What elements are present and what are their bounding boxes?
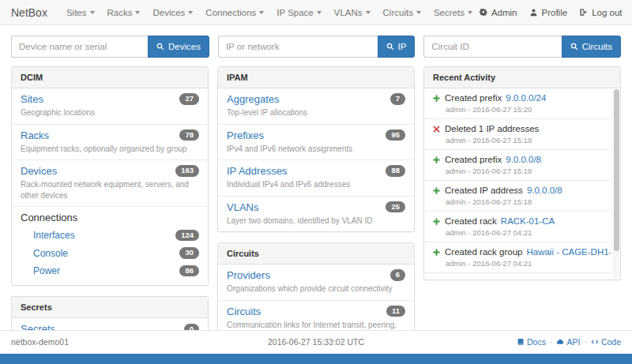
panel-title: Recent Activity	[424, 67, 620, 88]
device-search-input[interactable]	[11, 36, 148, 58]
item-description: Rack-mounted network equipment, servers,…	[21, 179, 199, 201]
search-icon	[156, 43, 164, 51]
activity-object-link[interactable]: Hawaii - CAGE-DH1-01	[526, 247, 611, 257]
panel-title: IPAM	[218, 67, 414, 88]
hostname: netbox-demo01	[11, 337, 214, 347]
logout-link[interactable]: Log out	[579, 8, 622, 17]
aggregates-link[interactable]: Aggregates	[227, 93, 280, 105]
circuits-link[interactable]: Circuits	[227, 306, 261, 317]
gear-icon	[479, 8, 487, 17]
connections-row-console: Console 30	[21, 244, 199, 261]
activity-meta: admin - 2016-06-27 04:21	[432, 228, 611, 237]
code-icon	[591, 338, 599, 346]
nav-menu-circuits[interactable]: Circuits	[383, 8, 421, 17]
activity-object-link[interactable]: Dell PowerEdge R630	[532, 278, 611, 280]
racks-link[interactable]: Racks	[21, 129, 49, 141]
activity-row: Deleted 1 IP addresses admin - 2016-06-2…	[424, 118, 611, 149]
activity-scrollbar-thumb[interactable]	[614, 89, 619, 251]
ip-search-button[interactable]: IP	[378, 36, 416, 58]
count-badge: 86	[179, 265, 199, 276]
activity-meta: admin - 2016-06-27 15:19	[432, 167, 611, 175]
vlans-link[interactable]: VLANs	[227, 201, 258, 213]
ip-addresses-link[interactable]: IP Addresses	[227, 165, 287, 177]
netbox-brand[interactable]: NetBox	[11, 6, 47, 19]
device-search-group: Devices	[11, 36, 209, 58]
plus-icon	[432, 156, 441, 164]
activity-row: Modified device typeDell PowerEdge R630	[424, 272, 611, 280]
activity-row: Created prefix9.0.0.0/24 admin - 2016-06…	[424, 88, 611, 118]
profile-link[interactable]: Profile	[529, 8, 568, 17]
column-middle: IPAM Aggregates7 Top-level IP allocation…	[217, 66, 415, 358]
count-badge: 27	[179, 93, 199, 104]
ip-search-group: IP	[218, 36, 416, 58]
count-badge: 95	[386, 129, 405, 141]
circuits-item-providers: Providers6 Organizations which provide c…	[218, 265, 414, 300]
item-description: Geographic locations	[21, 107, 199, 118]
ipam-item-ip-addresses: IP Addresses88 Individual IPv4 and IPv6 …	[218, 159, 414, 196]
connections-row-interfaces: Interfaces 124	[21, 227, 199, 244]
top-navbar: NetBox Sites Racks Devices Connections I…	[0, 0, 632, 25]
devices-link[interactable]: Devices	[21, 165, 57, 177]
activity-object-link[interactable]: 9.0.0.0/24	[506, 93, 546, 103]
activity-row: Created rackRACK-01-CA admin - 2016-06-2…	[424, 211, 611, 242]
dashboard-content: DCIM Sites27 Geographic locations Racks7…	[0, 65, 632, 364]
api-link[interactable]: API	[556, 337, 580, 347]
count-badge: 11	[386, 306, 405, 317]
dcim-panel: DCIM Sites27 Geographic locations Racks7…	[11, 66, 209, 286]
ipam-item-aggregates: Aggregates7 Top-level IP allocations	[218, 88, 414, 124]
admin-link[interactable]: Admin	[479, 8, 517, 17]
docs-link[interactable]: Docs	[517, 337, 546, 347]
nav-menu-racks[interactable]: Racks	[107, 8, 141, 17]
activity-meta: admin - 2016-06-27 04:21	[432, 259, 611, 268]
plus-icon	[432, 248, 441, 257]
nav-menu-vlans[interactable]: VLANs	[334, 8, 371, 17]
activity-meta: admin - 2016-06-27 15:20	[432, 105, 611, 114]
separator-dot: ·	[584, 337, 587, 347]
panel-title: DCIM	[12, 67, 208, 88]
item-description: Layer two domains, identified by VLAN ID	[227, 216, 405, 227]
quick-search-row: Devices IP Circuits	[0, 25, 632, 65]
count-badge: 25	[386, 201, 405, 212]
item-description: Equipment racks, optionally organized by…	[21, 144, 199, 155]
circuit-search-group: Circuits	[423, 36, 621, 58]
count-badge: 163	[175, 165, 199, 176]
item-description: Organizations which provide circuit conn…	[227, 283, 405, 295]
sites-link[interactable]: Sites	[21, 93, 43, 105]
pencil-icon	[432, 279, 441, 280]
console-link[interactable]: Console	[33, 248, 68, 259]
column-right: Recent Activity Created prefix9.0.0.0/24…	[423, 66, 621, 291]
cloud-icon	[556, 338, 564, 346]
nav-menu-devices[interactable]: Devices	[152, 8, 193, 17]
count-badge: 6	[390, 269, 405, 280]
ip-search-input[interactable]	[218, 36, 378, 58]
activity-object-link[interactable]: RACK-01-CA	[501, 216, 555, 226]
search-icon	[570, 43, 578, 51]
providers-link[interactable]: Providers	[227, 269, 270, 281]
power-link[interactable]: Power	[33, 265, 60, 276]
dcim-item-racks: Racks78 Equipment racks, optionally orga…	[12, 124, 208, 160]
code-link[interactable]: Code	[591, 337, 621, 347]
activity-row: Created IP address9.0.0.0/8 admin - 2016…	[424, 180, 611, 211]
nav-menu-ip-space[interactable]: IP Space	[276, 8, 321, 17]
interfaces-link[interactable]: Interfaces	[33, 230, 75, 241]
circuit-search-input[interactable]	[423, 36, 561, 58]
item-description: Individual IPv4 and IPv6 addresses	[227, 179, 405, 190]
dcim-item-sites: Sites27 Geographic locations	[12, 88, 208, 124]
item-description: Top-level IP allocations	[227, 107, 405, 118]
chevron-down-icon	[366, 11, 371, 14]
separator-dot: ·	[550, 337, 553, 347]
plus-icon	[432, 94, 441, 103]
nav-menu-sites[interactable]: Sites	[66, 8, 95, 17]
ipam-item-prefixes: Prefixes95 IPv4 and IPv6 network assignm…	[218, 124, 414, 160]
bottom-accent-bar	[0, 354, 632, 364]
book-icon	[517, 338, 525, 346]
nav-menu-secrets[interactable]: Secrets	[434, 8, 472, 17]
prefixes-link[interactable]: Prefixes	[227, 129, 264, 141]
circuit-search-button[interactable]: Circuits	[562, 36, 621, 58]
chevron-down-icon	[416, 11, 421, 14]
nav-menu-connections[interactable]: Connections	[205, 8, 264, 17]
activity-object-link[interactable]: 9.0.0.0/8	[527, 186, 562, 195]
device-search-button[interactable]: Devices	[148, 36, 209, 58]
activity-object-link[interactable]: 9.0.0.0/8	[506, 155, 541, 164]
connections-row-power: Power 86	[21, 262, 199, 280]
